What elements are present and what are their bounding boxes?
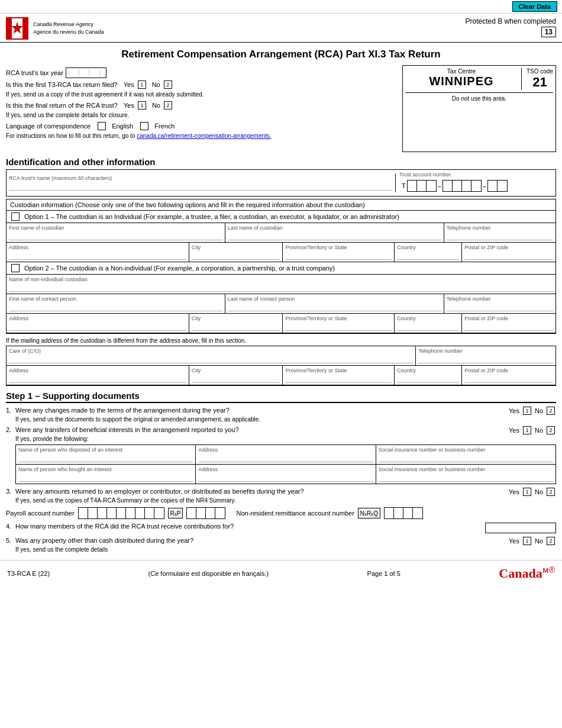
payroll-box-10[interactable] [187,508,196,518]
payroll-box-3[interactable] [98,508,107,518]
tso-code: 21 [527,75,553,90]
final-return-yes-box[interactable]: 1 [138,101,146,109]
payroll-box-6[interactable] [126,508,135,518]
q3-no-box[interactable]: 2 [547,488,555,496]
disposed-name-input[interactable] [18,454,193,462]
contact-postal-input[interactable] [464,323,553,331]
custodian-address-input[interactable] [9,252,186,260]
first-return-no-box[interactable]: 2 [164,80,172,89]
first-return-yes-box[interactable]: 1 [138,80,146,89]
q2-yes-box[interactable]: 1 [523,426,531,434]
payroll-box-7[interactable] [135,508,145,518]
option2-label: Option 2 – The custodian is a Non-indivi… [24,265,335,272]
disposed-sin-input[interactable] [379,454,553,462]
disposed-address-input[interactable] [198,454,373,462]
custodian-telephone-input[interactable] [447,232,553,240]
trust-account-label: Trust account number [399,172,552,178]
custodian-postal-input[interactable] [464,252,553,260]
contact-city-label: City [192,315,280,321]
custodian-city-input[interactable] [192,252,280,260]
payroll-boxes[interactable] [78,507,164,519]
nr-box-4[interactable] [413,508,422,518]
nr-box-3[interactable] [403,508,413,518]
custodian-province-input[interactable] [285,252,392,260]
non-individual-name-input[interactable] [9,284,553,292]
payroll-box-12[interactable] [206,508,215,518]
trust-account-input[interactable]: T – – [399,178,552,194]
contact-city-input[interactable] [192,323,280,331]
custodian-address-label: Address [9,244,186,250]
custodian-first-name-input[interactable] [9,232,222,240]
logo-area: Canada Revenue Agency Agence du revenu d… [6,17,160,40]
bought-sin-input[interactable] [379,473,553,482]
q1-answer: Yes 1 No 2 [509,407,556,415]
mailing-telephone-input[interactable] [418,355,553,363]
custodian-country-input[interactable] [397,252,459,260]
mailing-postal-input[interactable] [464,375,553,383]
custodian-header: Custodian information (Choose only one o… [7,199,555,211]
mailing-city-input[interactable] [192,375,280,383]
rca-name-row: RCA trust's name (maximum 60 characters)… [6,169,556,197]
mailing-address-input[interactable] [9,375,186,383]
q5-yes-label: Yes [509,537,519,545]
q5-text: Was any property other than cash distrib… [15,537,504,544]
payroll-box-4[interactable] [107,508,117,518]
contact-province-input[interactable] [285,323,392,331]
bought-address-input[interactable] [198,473,373,482]
custodian-postal-field: Postal or ZIP code [462,243,555,262]
q5-yes-box[interactable]: 1 [523,537,531,545]
mailing-country-input[interactable] [397,375,459,383]
bought-name-input[interactable] [18,473,193,482]
custodian-last-name-input[interactable] [228,232,441,240]
contact-telephone-input[interactable] [447,303,553,311]
q5-no-box[interactable]: 2 [547,537,555,545]
q5-section: 5. Was any property other than cash dist… [6,537,556,553]
nr-box-1[interactable] [385,508,394,518]
final-return-no-box[interactable]: 2 [164,101,172,109]
payroll-box-13[interactable] [215,508,225,518]
payroll-boxes-2[interactable] [186,507,225,519]
q3-row: 3. Were any amounts returned to an emplo… [6,488,556,496]
payroll-box-11[interactable] [196,508,206,518]
tax-centre-inner: Tax Centre WINNIPEG TSO code 21 [405,68,553,90]
nr-boxes[interactable] [384,507,423,519]
tax-year-input[interactable]: | | | | [66,67,106,78]
q2-no-box[interactable]: 2 [547,426,555,434]
payroll-box-9[interactable] [154,508,164,518]
payroll-box-2[interactable] [88,508,98,518]
interests-table: Name of person who disposed of an intere… [15,444,556,484]
tax-centre-box: Tax Centre WINNIPEG TSO code 21 Do not u… [402,65,556,152]
language-english-box[interactable] [98,122,106,130]
form-title: Retirement Compensation Arrangement (RCA… [0,43,562,65]
contact-country-input[interactable] [397,323,459,331]
bought-address-field: Address [196,465,376,484]
q1-row: 1. Were any changes made to the terms of… [6,407,556,415]
custodian-city-field: City [189,243,283,262]
mailing-province-input[interactable] [285,375,392,383]
custodian-country-label: Country [397,244,459,250]
contact-address-input[interactable] [9,323,186,331]
care-of-input[interactable] [9,355,413,363]
q1-no-box[interactable]: 2 [547,407,555,415]
language-french-box[interactable] [140,122,148,130]
contact-last-name-input[interactable] [228,303,441,311]
payroll-box-5[interactable] [117,508,126,518]
option1-checkbox[interactable] [11,212,20,221]
disposed-sin-field: Social insurance number or business numb… [376,445,555,464]
q1-yes-box[interactable]: 1 [523,407,531,415]
rca-name-input[interactable] [9,182,393,191]
contact-first-name-input[interactable] [9,303,222,311]
clear-data-button[interactable]: Clear Data [512,1,557,12]
payroll-box-8[interactable] [145,508,154,518]
option2-checkbox[interactable] [11,264,20,272]
q2-yes-label: Yes [509,427,519,434]
payroll-box-1[interactable] [79,508,88,518]
q3-yes-box[interactable]: 1 [523,488,531,496]
mailing-address-section: Care of (C/O) Telephone number Address C… [6,346,556,386]
custodian-telephone-label: Telephone number [447,225,553,231]
q4-input[interactable] [485,523,556,533]
french-note: (Ce formulaire est disponible en françai… [148,570,269,577]
nr-box-2[interactable] [394,508,403,518]
instructions-link[interactable]: canada.ca/retirement-compensation-arrang… [137,133,271,139]
mailing-city-label: City [192,368,280,373]
